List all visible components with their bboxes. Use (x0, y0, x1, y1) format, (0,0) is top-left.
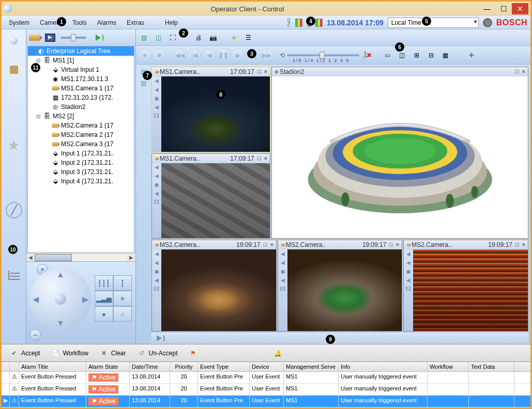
ptz-focus-near[interactable]: ● (95, 306, 113, 322)
col-device[interactable]: Device (250, 362, 284, 371)
globe-icon[interactable] (483, 18, 492, 27)
tree-h-scrollbar[interactable]: ◀▶ (26, 253, 135, 261)
maximize-pane-icon[interactable]: ☐ (514, 69, 520, 75)
delete-button[interactable]: ✖ (363, 50, 375, 61)
layout-1-button[interactable]: ▭ (382, 50, 394, 61)
col-textdata[interactable]: Text Data (469, 362, 514, 371)
col-mgmt[interactable]: Management Serve (284, 362, 339, 371)
camera-pane-5[interactable]: MS2.Camera..19:09:17☐✕ ◀◀◼◀🎞 (403, 240, 528, 332)
layout-4-button[interactable]: ⊟ (425, 50, 437, 61)
accept-button[interactable]: ✔Accept (5, 346, 44, 360)
col-priority[interactable]: Priority (170, 362, 198, 371)
layout-3-button[interactable]: ⊞ (411, 50, 423, 61)
layout-5-button[interactable]: ▦ (439, 50, 452, 61)
audio-button[interactable] (89, 31, 104, 44)
help-button[interactable]: ❔ (486, 50, 498, 61)
ptz-preset-2[interactable]: ┇ (113, 275, 132, 291)
pause-button[interactable]: ❚❚ (217, 49, 230, 62)
close-pane-icon[interactable]: ✕ (521, 69, 527, 75)
tree-item[interactable]: MS1.Camera 1 (17 (28, 84, 134, 93)
close-pane-icon[interactable]: ✕ (521, 242, 527, 248)
forward-button[interactable]: ▶▶ (260, 49, 273, 62)
tree-item[interactable]: MS2.Camera 1 (17 (28, 121, 134, 130)
add-layout-button[interactable]: ✚ (465, 50, 478, 61)
col-datetime[interactable]: Date/Time (130, 362, 170, 371)
tree-ms1[interactable]: ⊟🗄MS1 [1] (28, 56, 134, 65)
play-back-button[interactable]: ◀ (202, 49, 216, 62)
ptz-iris-open[interactable]: ▂▃▅ (95, 291, 113, 306)
maximize-pane-icon[interactable]: ☐ (388, 242, 394, 248)
close-pane-icon[interactable]: ✕ (263, 69, 269, 75)
ptz-iris-close[interactable]: ☀ (113, 291, 132, 306)
play-button[interactable]: ▶ (231, 49, 245, 62)
menu-alarms[interactable]: Alarms (92, 17, 121, 28)
tree-item[interactable]: ⬙Input 2 (172.31.21. (28, 158, 134, 167)
tree-item[interactable]: MS2.Camera 3 (17 (28, 139, 134, 149)
speed-slider[interactable] (287, 54, 359, 56)
camera-pane-4[interactable]: MS2.Camera..19:09:17☐✕ ◀◀◼◀🎞 (278, 240, 403, 332)
bookmarks-tab[interactable]: ★ (5, 136, 23, 154)
stop-button[interactable]: ■ (153, 49, 166, 62)
clear-button[interactable]: ✖Clear (95, 346, 130, 360)
close-button[interactable]: ✕ (512, 3, 528, 14)
tree-item[interactable]: ▦172.31.20.13 (172. (28, 93, 134, 102)
workflow-button[interactable]: 📄Workflow (47, 346, 93, 360)
tree-item[interactable]: ⬙Input 3 (172.31.21. (28, 167, 134, 177)
camera-pane-2[interactable]: MS1.Camera..17:09:17☐✕ ◀◀◼◀🎞 (151, 153, 270, 239)
menu-extras[interactable]: Extras (121, 17, 149, 28)
close-pane-icon[interactable]: ✕ (269, 242, 275, 248)
menu-tools[interactable]: Tools (67, 17, 92, 28)
close-pane-icon[interactable]: ✕ (394, 242, 401, 248)
comment-button[interactable]: ⚑ (184, 346, 203, 360)
col-title[interactable]: Alarm Title (19, 362, 86, 371)
ptz-preset-1[interactable]: ┇┇┇ (95, 275, 113, 291)
maximize-button[interactable]: ☐ (495, 3, 512, 14)
live-mode-button[interactable] (27, 31, 42, 44)
alarm-row[interactable]: ⚠ Event Button Pressed Active 13.08.2014… (2, 384, 530, 396)
tree-item[interactable]: ⬙Input 1 (172.31.21. (28, 149, 134, 158)
favorites-tab[interactable] (5, 60, 23, 79)
camera-pane-1[interactable]: MS1.Camera..17:09:17☐✕ ◀◀◼◀🎞 (151, 67, 270, 152)
fullscreen-button[interactable]: ⛶ (166, 32, 179, 43)
tree-item[interactable]: ◎Stadion2 (28, 102, 134, 112)
record-button[interactable]: ● (138, 49, 151, 62)
playback-mode-button[interactable] (43, 31, 57, 44)
tree-ms2[interactable]: ⊟🗄MS2 [2] (28, 112, 134, 121)
ptz-zoom-out[interactable]: − (29, 329, 41, 341)
camera-pane-3[interactable]: MS2.Camera..19:09:17☐✕ ◀◀◼◀🎞 (151, 240, 277, 332)
speaker-off-icon[interactable] (157, 335, 162, 341)
ptz-focus-far[interactable]: ○ (113, 306, 132, 322)
maximize-pane-icon[interactable]: ☐ (262, 242, 268, 248)
tree-root[interactable]: ▢◐Enterprise Logical Tree (28, 46, 134, 56)
maximize-pane-icon[interactable]: ☐ (256, 69, 262, 75)
logical-tree-tab[interactable] (5, 32, 23, 50)
alarm-row[interactable]: ⚠ Event Button Pressed Active 13.08.2014… (2, 372, 530, 384)
snapshot-button[interactable]: ▧ (138, 32, 150, 43)
tree-item[interactable]: ⬙Virtual Input 1 (28, 65, 134, 74)
col-state[interactable]: Alarm State (86, 362, 130, 371)
camera-snapshot-button[interactable]: 📷 (207, 32, 219, 43)
bell-button[interactable]: 🔔 (269, 346, 287, 360)
maximize-pane-icon[interactable]: ☐ (256, 155, 262, 162)
tree-item[interactable]: ⬙Input 4 (172.31.21. (28, 177, 134, 186)
tree-item[interactable]: MS2.Camera 2 (17 (28, 130, 134, 139)
filmstrip-button[interactable]: ☰ (242, 32, 254, 43)
step-back-button[interactable]: |◀ (188, 49, 201, 62)
timezone-select[interactable] (388, 18, 479, 28)
map-body[interactable] (272, 76, 528, 238)
favorite-button[interactable]: ★ (227, 32, 240, 43)
col-eventtype[interactable]: Event Type (198, 362, 250, 371)
close-pane-icon[interactable]: ✕ (263, 155, 269, 162)
volume-slider[interactable] (60, 37, 86, 39)
col-info[interactable]: Info (339, 362, 428, 371)
ptz-center[interactable] (55, 293, 66, 305)
tree-item[interactable]: ◉MS1.172.30.11.3 (28, 74, 134, 84)
rewind-button[interactable]: ◀◀ (173, 49, 187, 62)
menu-system[interactable]: System (4, 17, 35, 28)
ptz-joystick[interactable]: ▲ ▼ ◀ ▶ (29, 268, 92, 330)
map-tab[interactable] (5, 201, 23, 219)
print-button[interactable]: 🖨 (192, 32, 205, 43)
maximize-pane-icon[interactable]: ☐ (514, 242, 520, 248)
minimize-button[interactable]: — (479, 3, 495, 14)
unaccept-button[interactable]: ↺Un-Accept (132, 346, 182, 360)
